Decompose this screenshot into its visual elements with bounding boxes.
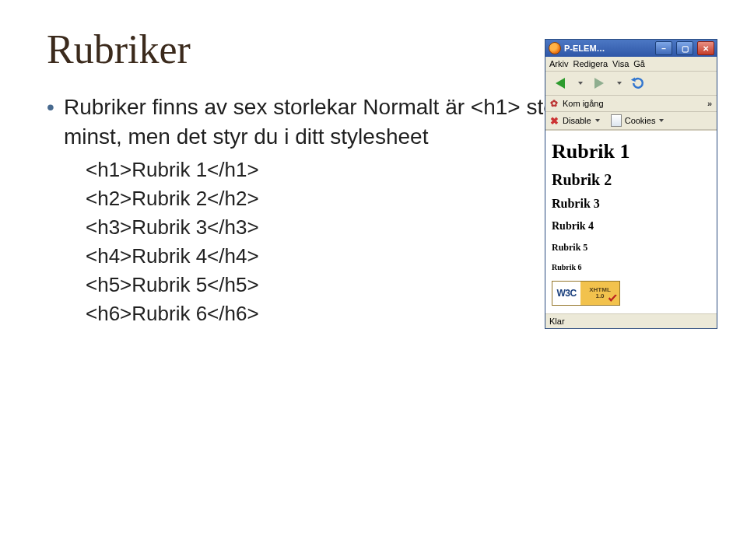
back-button[interactable]	[549, 74, 572, 93]
rendered-h3: Rubrik 3	[552, 197, 710, 211]
check-icon	[607, 293, 618, 304]
nav-toolbar	[545, 72, 717, 96]
arrow-left-icon	[556, 78, 565, 89]
minimize-button[interactable]: –	[655, 41, 672, 55]
window-title: P-ELEM…	[564, 44, 651, 53]
chevron-down-icon	[659, 119, 664, 122]
devbar-disable[interactable]: Disable	[563, 116, 591, 125]
w3c-label: W3C	[552, 282, 580, 305]
menubar: Arkiv Redigera Visa Gå	[545, 57, 717, 72]
bookmarks-toolbar: ✿ Kom igång »	[545, 96, 717, 112]
refresh-icon	[630, 75, 646, 91]
menu-redigera[interactable]: Redigera	[573, 59, 608, 68]
refresh-button[interactable]	[626, 74, 650, 93]
disable-x-icon: ✖	[549, 115, 559, 126]
maximize-button[interactable]: ▢	[676, 41, 693, 55]
browser-window: P-ELEM… – ▢ ✕ Arkiv Redigera Visa Gå	[545, 39, 717, 329]
menu-ga[interactable]: Gå	[633, 59, 645, 68]
chevron-down-icon	[595, 119, 600, 122]
arrow-right-icon	[594, 78, 604, 89]
w3c-xhtml-label: XHTML 1.0	[580, 282, 619, 305]
w3c-badge[interactable]: W3C XHTML 1.0	[552, 281, 620, 306]
bookmark-icon: ✿	[549, 98, 559, 109]
bookmark-kom-igang[interactable]: Kom igång	[563, 99, 604, 108]
status-bar: Klar	[545, 314, 717, 328]
page-content: Rubrik 1 Rubrik 2 Rubrik 3 Rubrik 4 Rubr…	[545, 130, 717, 314]
rendered-h6: Rubrik 6	[552, 263, 710, 271]
forward-dropdown-icon[interactable]	[617, 82, 622, 85]
close-button[interactable]: ✕	[697, 41, 714, 55]
status-text: Klar	[549, 317, 565, 326]
rendered-h1: Rubrik 1	[552, 140, 710, 163]
titlebar: P-ELEM… – ▢ ✕	[545, 40, 717, 57]
menu-arkiv[interactable]: Arkiv	[549, 59, 568, 68]
forward-button[interactable]	[587, 74, 611, 93]
rendered-h4: Rubrik 4	[552, 220, 710, 233]
slide: Rubriker Rubriker finns av sex storlekar…	[0, 0, 747, 560]
rendered-h2: Rubrik 2	[552, 171, 710, 189]
firefox-icon	[549, 42, 561, 54]
overflow-chevron-icon[interactable]: »	[707, 99, 714, 108]
devbar-cookies[interactable]: Cookies	[625, 116, 656, 125]
back-dropdown-icon[interactable]	[578, 82, 583, 85]
dev-toolbar: ✖ Disable Cookies	[545, 112, 717, 130]
menu-visa[interactable]: Visa	[612, 59, 629, 68]
page-icon	[611, 114, 622, 127]
rendered-h5: Rubrik 5	[552, 242, 710, 254]
